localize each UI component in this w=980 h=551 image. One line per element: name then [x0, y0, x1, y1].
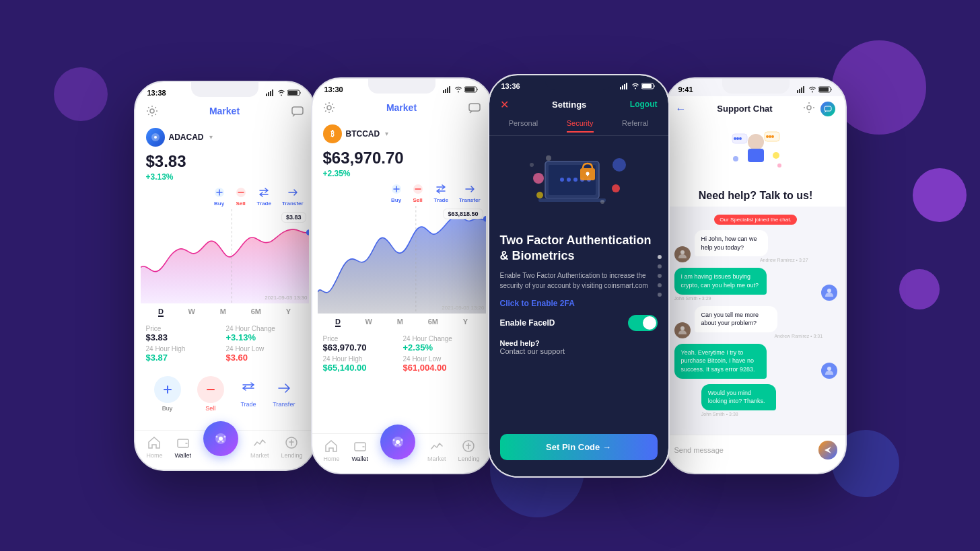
tab-6M-2[interactable]: 6M	[428, 318, 438, 327]
trade-quick-btn-2[interactable]: Trade	[434, 184, 448, 203]
center-nav-icon-1	[213, 431, 229, 447]
phone-2-coin: ₿ BTCCAD ▾	[312, 119, 491, 149]
svg-rect-25	[449, 86, 450, 93]
tab-personal[interactable]: Personal	[509, 119, 538, 133]
svg-rect-27	[465, 87, 475, 91]
sell-button-1[interactable]: Sell	[197, 376, 224, 412]
tab-W-2[interactable]: W	[365, 318, 372, 327]
nav-wallet-2[interactable]: Wallet	[351, 439, 368, 462]
wifi-icon-3	[631, 83, 639, 89]
trade-quick-btn[interactable]: Trade	[257, 187, 271, 207]
svg-point-17	[216, 435, 218, 437]
phone-3-time: 13:36	[501, 82, 520, 90]
phone-1-coin: ADACAD ▾	[135, 122, 314, 152]
nav-center-2[interactable]	[380, 442, 415, 460]
svg-point-64	[600, 200, 604, 204]
timestamp-3: Andrew Ramirez • 3:31	[695, 334, 823, 338]
transfer-quick-btn-2[interactable]: Transfer	[459, 184, 481, 203]
sell-quick-btn-2[interactable]: Sell	[413, 184, 423, 203]
message-icon-p1[interactable]	[291, 105, 304, 117]
tab-security[interactable]: Security	[567, 119, 594, 133]
svg-point-50	[560, 178, 564, 182]
svg-point-18	[224, 435, 226, 437]
sell-icon-1	[205, 384, 216, 395]
btc-icon: ₿	[323, 124, 342, 143]
svg-point-9	[154, 136, 157, 139]
scroll-dot-2	[658, 264, 662, 268]
plus-icon	[214, 187, 225, 198]
dropdown-icon-1[interactable]: ▾	[209, 133, 213, 141]
transfer-button-1[interactable]: Transfer	[273, 380, 295, 408]
phone-1-chart: $3.83 2021-09-03 13:30	[135, 209, 314, 303]
phone-1-price: $3.83	[135, 152, 314, 172]
sell-label: Sell	[236, 200, 246, 207]
buy-quick-btn-2[interactable]: Buy	[391, 184, 402, 203]
svg-point-16	[219, 437, 223, 441]
nav-center-1[interactable]	[203, 439, 238, 456]
back-arrow-icon[interactable]: ←	[676, 103, 687, 115]
tab-D-2[interactable]: D	[335, 318, 341, 327]
transfer-quick-btn[interactable]: Transfer	[282, 187, 304, 207]
phone-3-back-icon[interactable]: ✕	[500, 98, 509, 111]
phone-3-logout[interactable]: Logout	[630, 100, 658, 109]
chat-msg-2: I am having issues buying crypto, can yo…	[674, 268, 837, 300]
tab-referral[interactable]: Referral	[622, 119, 648, 133]
tab-6M-1[interactable]: 6M	[251, 307, 261, 317]
phone-3-header: ✕ Settings Logout	[489, 93, 668, 116]
center-btn-1[interactable]	[203, 421, 238, 456]
gear-icon-p2[interactable]	[323, 102, 335, 114]
set-pin-button[interactable]: Set Pin Code →	[500, 434, 658, 460]
nav-home-1[interactable]: Home	[146, 436, 162, 459]
phone-3-tabs: Personal Security Referral	[489, 116, 668, 136]
svg-rect-75	[748, 149, 764, 162]
transfer-label: Transfer	[282, 200, 304, 207]
person-icon-4	[824, 365, 835, 376]
phone-4: 9:41 ← Support Chat	[665, 77, 847, 474]
wallet-icon-1	[176, 436, 190, 449]
enable-2fa-link[interactable]: Click to Enable 2FA	[500, 299, 658, 308]
transfer-icon	[287, 187, 298, 198]
gear-icon-p1[interactable]	[146, 105, 158, 117]
transfer-icon-2	[464, 184, 475, 194]
svg-point-37	[393, 439, 395, 441]
nav-market-2[interactable]: Market	[427, 439, 446, 462]
phone-2-title: Market	[335, 102, 468, 113]
dropdown-icon-2[interactable]: ▾	[385, 130, 388, 137]
sell-quick-btn[interactable]: Sell	[236, 187, 246, 207]
buy-button-1[interactable]: Buy	[154, 376, 181, 412]
wallet-icon-2	[353, 439, 367, 453]
message-icon-p2[interactable]	[468, 102, 481, 114]
trade-label: Trade	[257, 200, 271, 207]
svg-point-36	[396, 440, 400, 444]
svg-point-59	[533, 173, 544, 184]
support-link[interactable]: Contact our support	[500, 347, 658, 355]
nav-market-1[interactable]: Market	[250, 436, 269, 459]
gear-icon-p4[interactable]	[803, 102, 815, 114]
tab-Y-2[interactable]: Y	[463, 318, 468, 327]
minus-icon-2	[413, 184, 423, 194]
chat-illustration	[666, 122, 845, 182]
phone-1-change: +3.13%	[135, 172, 314, 187]
tab-W-1[interactable]: W	[188, 307, 195, 317]
phone-4-screen: 9:41 ← Support Chat	[666, 79, 845, 473]
tab-D-1[interactable]: D	[158, 307, 164, 317]
nav-lending-2[interactable]: Lending	[458, 439, 479, 462]
faceid-toggle[interactable]	[628, 315, 658, 331]
phone-1-status-icons	[266, 89, 302, 96]
nav-home-2[interactable]: Home	[323, 439, 339, 462]
battery-icon-3	[641, 83, 656, 89]
tab-M-1[interactable]: M	[220, 307, 226, 317]
nav-wallet-1[interactable]: Wallet	[174, 436, 191, 459]
send-message-input[interactable]: Send message	[674, 446, 813, 454]
nav-lending-1[interactable]: Lending	[281, 436, 302, 459]
center-btn-2[interactable]	[380, 425, 415, 460]
chat-action-btn[interactable]	[820, 102, 835, 116]
trade-button-1[interactable]: Trade	[240, 380, 256, 408]
tab-Y-1[interactable]: Y	[286, 307, 291, 317]
action-buttons-1: Buy Sell Trade Transfer	[135, 369, 314, 414]
phone-2-time: 13:30	[324, 85, 343, 94]
send-button[interactable]	[818, 441, 837, 460]
svg-rect-29	[469, 104, 480, 111]
buy-quick-btn[interactable]: Buy	[214, 187, 225, 207]
tab-M-2[interactable]: M	[397, 318, 403, 327]
